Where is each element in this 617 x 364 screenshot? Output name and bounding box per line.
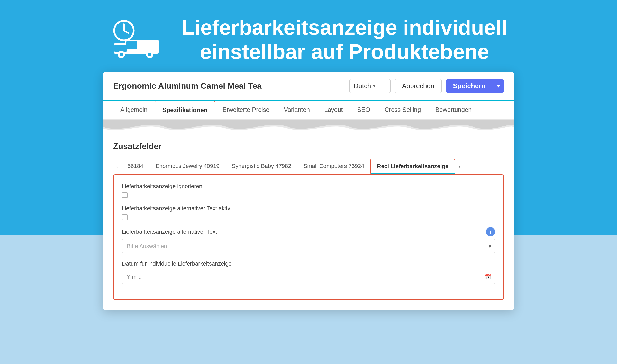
nav-arrow-left[interactable]: ‹ <box>113 161 121 172</box>
custom-tab-nav: ‹ 56184 Enormous Jewelry 40919 Synergist… <box>113 159 504 174</box>
svg-rect-6 <box>126 41 137 49</box>
svg-point-10 <box>148 53 151 56</box>
custom-tab-computers[interactable]: Small Computers 76924 <box>297 159 370 174</box>
field4-label: Datum für individuelle Lieferbarkeitsanz… <box>122 260 495 267</box>
custom-tab-baby[interactable]: Synergistic Baby 47982 <box>225 159 297 174</box>
tab-cross-selling[interactable]: Cross Selling <box>377 101 428 119</box>
save-button[interactable]: Speichern <box>446 79 493 93</box>
card-header: Ergonomic Aluminum Camel Meal Tea Dutch … <box>103 72 514 101</box>
product-title: Ergonomic Aluminum Camel Meal Tea <box>113 81 262 91</box>
field1-label: Lieferbarkeitsanzeige ignorieren <box>122 183 495 190</box>
field3-select[interactable]: Bitte Auswählen <box>122 239 495 253</box>
field2-label: Lieferbarkeitsanzeige alternativer Text … <box>122 205 495 212</box>
tab-seo[interactable]: SEO <box>350 101 377 119</box>
tab-allgemein[interactable]: Allgemein <box>113 101 155 119</box>
language-label: Dutch <box>354 82 371 90</box>
field2-checkbox[interactable] <box>122 214 128 220</box>
field2-checkbox-wrapper <box>122 214 495 220</box>
svg-point-8 <box>120 53 123 56</box>
header-actions: Dutch ▾ Abbrechen Speichern ▾ <box>349 79 504 93</box>
tab-spezifikationen[interactable]: Spezifikationen <box>155 101 215 120</box>
info-icon[interactable]: i <box>486 227 495 236</box>
field1-checkbox[interactable] <box>122 192 128 198</box>
section-title: Zusatzfelder <box>113 142 504 151</box>
svg-line-2 <box>124 31 129 33</box>
hero-title: Lieferbarkeitsanzeige individuell einste… <box>182 15 507 64</box>
field3-label-row: Lieferbarkeitsanzeige alternativer Text … <box>122 227 495 236</box>
field4-date-input[interactable] <box>122 270 495 284</box>
calendar-icon: 📅 <box>484 274 491 280</box>
fields-box: Lieferbarkeitsanzeige ignorieren Lieferb… <box>113 174 504 300</box>
cancel-button[interactable]: Abbrechen <box>395 79 442 93</box>
save-button-group: Speichern ▾ <box>446 79 504 93</box>
wave-svg <box>103 120 514 134</box>
field-group-date: Datum für individuelle Lieferbarkeitsanz… <box>122 260 495 284</box>
custom-tab-reci[interactable]: Reci Lieferbarkeitsanzeige <box>370 159 455 174</box>
tab-erweiterte-preise[interactable]: Erweiterte Preise <box>215 101 277 119</box>
language-select[interactable]: Dutch ▾ <box>349 79 391 93</box>
field3-label: Lieferbarkeitsanzeige alternativer Text <box>122 229 217 235</box>
field1-checkbox-wrapper <box>122 192 495 198</box>
save-dropdown-button[interactable]: ▾ <box>493 79 504 93</box>
tabs-bar: Allgemein Spezifikationen Erweiterte Pre… <box>103 101 514 120</box>
custom-tab-jewelry[interactable]: Enormous Jewelry 40919 <box>149 159 225 174</box>
svg-rect-5 <box>114 45 127 52</box>
field-group-alt-text-active: Lieferbarkeitsanzeige alternativer Text … <box>122 205 495 220</box>
field3-select-wrapper: Bitte Auswählen ▾ <box>122 239 495 253</box>
card-body: Zusatzfelder ‹ 56184 Enormous Jewelry 40… <box>103 134 514 310</box>
field4-input-row: 📅 <box>122 270 495 284</box>
field-group-alt-text: Lieferbarkeitsanzeige alternativer Text … <box>122 227 495 253</box>
tab-layout[interactable]: Layout <box>317 101 350 119</box>
custom-tab-56184[interactable]: 56184 <box>121 159 149 174</box>
chevron-down-icon: ▾ <box>373 83 375 89</box>
tab-bewertungen[interactable]: Bewertungen <box>428 101 479 119</box>
field-group-ignore: Lieferbarkeitsanzeige ignorieren <box>122 183 495 198</box>
main-card: Ergonomic Aluminum Camel Meal Tea Dutch … <box>103 72 514 310</box>
field4-input-wrapper: 📅 <box>122 270 495 284</box>
nav-arrow-right[interactable]: › <box>455 161 463 172</box>
wavy-divider <box>103 120 514 134</box>
truck-icon <box>110 19 166 60</box>
tab-varianten[interactable]: Varianten <box>277 101 317 119</box>
